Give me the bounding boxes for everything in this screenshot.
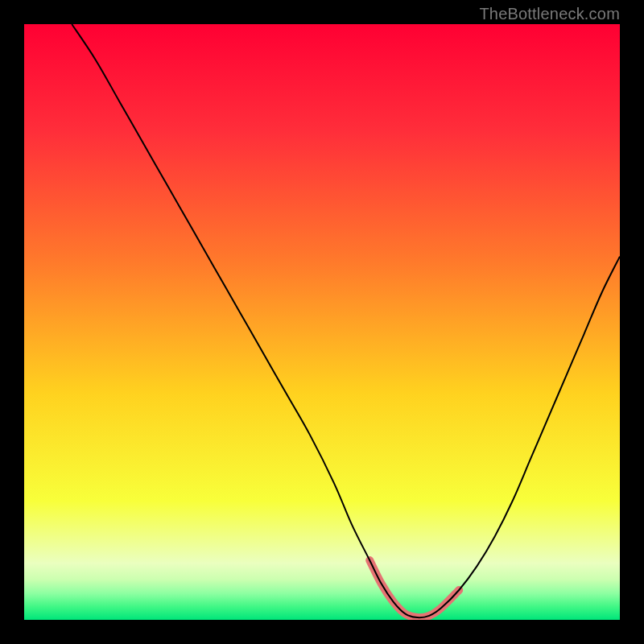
plot-area — [24, 24, 620, 620]
gradient-background — [24, 24, 620, 620]
attribution-text: TheBottleneck.com — [479, 5, 620, 23]
chart-frame: TheBottleneck.com — [0, 0, 644, 644]
chart-svg — [24, 24, 620, 620]
